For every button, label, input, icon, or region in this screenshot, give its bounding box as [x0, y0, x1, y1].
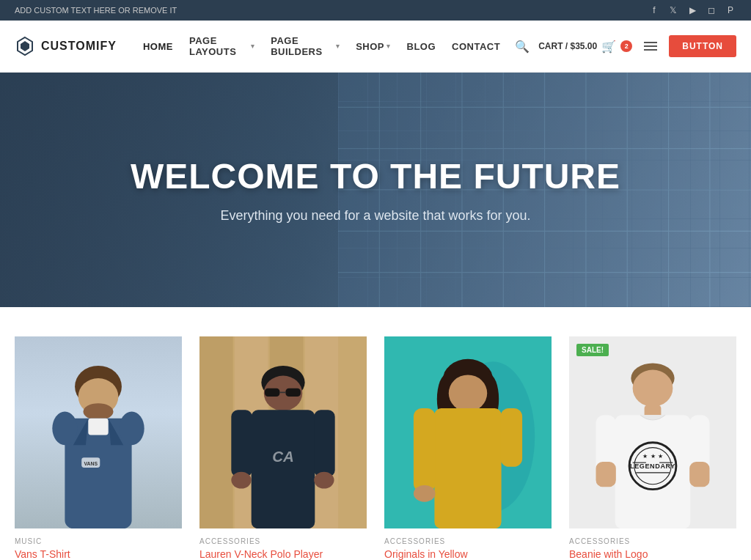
svg-text:★: ★ — [651, 453, 656, 460]
svg-point-51 — [449, 375, 487, 411]
header-right: 🔍 CART / $35.00 🛒 2 BUTTON — [515, 35, 736, 57]
search-icon[interactable]: 🔍 — [515, 40, 530, 54]
header: CUSTOMIFY HOME PAGE LAYOUTS ▾ PAGE BUILD… — [0, 21, 751, 73]
top-bar: ADD CUSTOM TEXT HERE OR REMOVE IT f 𝕏 ▶ … — [0, 0, 751, 21]
svg-text:★: ★ — [642, 453, 648, 460]
social-icons: f 𝕏 ▶ ◻ P — [648, 4, 736, 16]
svg-point-58 — [633, 370, 673, 407]
product-category: ACCESSORIES — [569, 537, 736, 545]
hero-title: WELCOME TO THE FUTURE — [131, 156, 620, 196]
logo[interactable]: CUSTOMIFY — [15, 36, 117, 56]
logo-text: CUSTOMIFY — [41, 40, 117, 53]
top-bar-text: ADD CUSTOM TEXT HERE OR REMOVE IT — [15, 6, 177, 15]
svg-text:★: ★ — [658, 453, 663, 460]
product-category: ACCESSORIES — [199, 537, 367, 545]
facebook-icon[interactable]: f — [648, 4, 660, 16]
svg-rect-40 — [252, 410, 315, 528]
svg-text:CA: CA — [272, 448, 294, 465]
product-name[interactable]: Lauren V-Neck Polo Player — [199, 548, 367, 560]
product-image-svg — [384, 336, 552, 528]
cart-label: CART / $35.00 — [538, 41, 597, 51]
sale-badge: SALE! — [576, 344, 609, 356]
svg-rect-37 — [265, 388, 280, 397]
svg-point-21 — [83, 403, 113, 420]
nav-shop[interactable]: SHOP ▾ — [348, 37, 398, 56]
product-image-svg: CA — [199, 336, 367, 528]
nav-blog[interactable]: BLOG — [400, 37, 444, 56]
hamburger-menu[interactable] — [641, 39, 660, 54]
svg-rect-53 — [414, 408, 436, 492]
chevron-down-icon: ▾ — [387, 43, 391, 50]
svg-rect-52 — [434, 408, 501, 528]
svg-rect-42 — [231, 410, 252, 476]
svg-text:LEGENDARY: LEGENDARY — [630, 463, 675, 470]
svg-rect-38 — [285, 388, 301, 397]
nav-contact[interactable]: CONTACT — [444, 37, 508, 56]
product-name[interactable]: Originals in Yellow — [384, 548, 552, 560]
product-card: ACCESSORIES Originals in Yellow ★ ★ ★ ★ … — [384, 336, 552, 560]
product-image-svg: ★ ★ ★ LEGENDARY — [569, 336, 736, 528]
product-category: MUSIC — [15, 537, 182, 545]
svg-rect-31 — [199, 336, 233, 528]
main-nav: HOME PAGE LAYOUTS ▾ PAGE BUILDERS ▾ SHOP… — [136, 31, 508, 62]
product-card: VANS MUSIC Vans T-Shirt ★ ★ ★ ★ ★ $15.00 — [15, 336, 182, 560]
cart-badge: 2 — [620, 40, 632, 52]
nav-home[interactable]: HOME — [136, 37, 180, 56]
svg-point-44 — [231, 472, 251, 489]
product-category: ACCESSORIES — [384, 537, 552, 545]
nav-page-layouts[interactable]: PAGE LAYOUTS ▾ — [182, 31, 262, 62]
cart-icon: 🛒 — [601, 40, 616, 54]
product-image-wrap[interactable]: CA — [199, 336, 367, 528]
youtube-icon[interactable]: ▶ — [686, 4, 698, 16]
twitter-icon[interactable]: 𝕏 — [667, 4, 679, 16]
svg-rect-43 — [314, 410, 334, 476]
product-card: SALE! — [569, 336, 736, 560]
svg-marker-1 — [21, 41, 29, 51]
pinterest-icon[interactable]: P — [725, 4, 736, 16]
svg-point-29 — [119, 412, 144, 446]
svg-rect-60 — [615, 415, 691, 528]
product-image-svg: VANS — [15, 336, 182, 528]
instagram-icon[interactable]: ◻ — [706, 4, 717, 16]
header-button[interactable]: BUTTON — [669, 35, 736, 57]
logo-icon — [15, 36, 35, 56]
hero-subtitle: Everything you need for a website that w… — [131, 208, 620, 224]
svg-point-28 — [52, 412, 77, 446]
product-image-wrap[interactable]: VANS — [15, 336, 182, 528]
svg-rect-23 — [88, 419, 108, 435]
products-section: VANS MUSIC Vans T-Shirt ★ ★ ★ ★ ★ $15.00 — [0, 307, 751, 560]
products-grid: VANS MUSIC Vans T-Shirt ★ ★ ★ ★ ★ $15.00 — [15, 336, 736, 560]
chevron-down-icon: ▾ — [336, 43, 340, 50]
chevron-down-icon: ▾ — [251, 43, 255, 50]
svg-rect-64 — [689, 462, 709, 487]
product-card: CA ACCESSORIES Lauren V-Neck Polo Player… — [199, 336, 367, 560]
svg-text:VANS: VANS — [84, 461, 98, 466]
cart-info[interactable]: CART / $35.00 🛒 2 — [538, 40, 632, 54]
svg-point-55 — [414, 485, 436, 502]
product-image-wrap[interactable]: SALE! — [569, 336, 736, 528]
product-image-wrap[interactable] — [384, 336, 552, 528]
product-name[interactable]: Beanie with Logo — [569, 548, 736, 560]
svg-point-45 — [314, 472, 334, 489]
nav-page-builders[interactable]: PAGE BUILDERS ▾ — [263, 31, 347, 62]
product-name[interactable]: Vans T-Shirt — [15, 548, 182, 560]
hero-section: WELCOME TO THE FUTURE Everything you nee… — [0, 73, 751, 307]
svg-rect-54 — [500, 408, 522, 467]
hero-content: WELCOME TO THE FUTURE Everything you nee… — [116, 141, 635, 238]
svg-rect-63 — [596, 462, 615, 487]
